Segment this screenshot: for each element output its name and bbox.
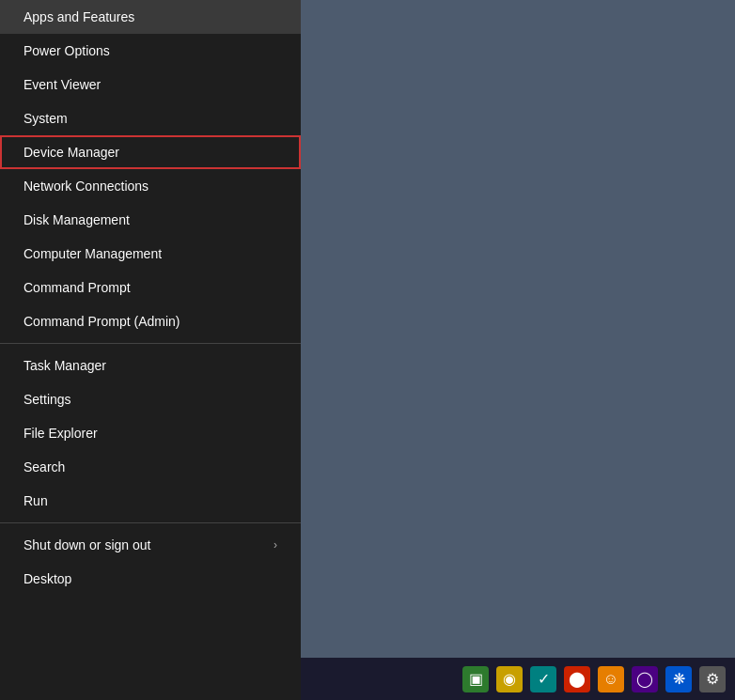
taskbar-icons: ▣◉✓⬤☺◯❋⚙ (462, 666, 726, 692)
menu-item-apps-features[interactable]: Apps and Features (0, 0, 301, 34)
menu-item-disk-management[interactable]: Disk Management (0, 203, 301, 237)
menu-item-desktop[interactable]: Desktop (0, 562, 301, 596)
menu-item-computer-management[interactable]: Computer Management (0, 237, 301, 271)
menu-item-settings[interactable]: Settings (0, 382, 301, 416)
menu-item-label-computer-management: Computer Management (23, 246, 162, 261)
menu-item-shut-down[interactable]: Shut down or sign out› (0, 528, 301, 562)
context-menu: Apps and FeaturesPower OptionsEvent View… (0, 0, 301, 700)
menu-item-label-device-manager: Device Manager (23, 145, 119, 160)
menu-item-file-explorer[interactable]: File Explorer (0, 416, 301, 450)
settings-icon[interactable]: ⚙ (699, 666, 726, 692)
menu-item-label-settings: Settings (23, 392, 71, 407)
app-icon-4[interactable]: ⬤ (564, 666, 590, 692)
menu-item-network-connections[interactable]: Network Connections (0, 169, 301, 203)
menu-item-label-run: Run (23, 493, 48, 508)
menu-item-label-shut-down: Shut down or sign out (23, 537, 150, 552)
menu-item-label-disk-management: Disk Management (23, 212, 130, 227)
menu-item-label-command-prompt: Command Prompt (23, 280, 131, 295)
menu-item-label-network-connections: Network Connections (23, 179, 149, 194)
menu-item-search[interactable]: Search (0, 450, 301, 484)
menu-item-label-power-options: Power Options (23, 43, 110, 58)
menu-item-event-viewer[interactable]: Event Viewer (0, 68, 301, 101)
menu-separator (0, 343, 301, 344)
menu-item-system[interactable]: System (0, 101, 301, 135)
menu-item-label-desktop: Desktop (23, 571, 71, 586)
menu-item-label-task-manager: Task Manager (23, 358, 106, 373)
menu-item-label-apps-features: Apps and Features (23, 9, 134, 24)
menu-item-label-system: System (23, 111, 68, 126)
app-icon-2[interactable]: ◉ (496, 666, 523, 692)
app-icon-1[interactable]: ▣ (462, 666, 489, 692)
app-icon-3[interactable]: ✓ (530, 666, 556, 692)
menu-item-label-command-prompt-admin: Command Prompt (Admin) (23, 314, 180, 329)
app-icon-5[interactable]: ☺ (598, 666, 624, 692)
menu-item-label-search: Search (23, 459, 65, 474)
menu-separator (0, 522, 301, 523)
menu-item-command-prompt-admin[interactable]: Command Prompt (Admin) (0, 304, 301, 338)
submenu-arrow-icon: › (274, 538, 277, 552)
menu-item-label-file-explorer: File Explorer (23, 426, 98, 441)
menu-item-device-manager[interactable]: Device Manager (0, 135, 301, 169)
menu-item-run[interactable]: Run (0, 484, 301, 518)
menu-item-label-event-viewer: Event Viewer (23, 77, 101, 92)
menu-item-task-manager[interactable]: Task Manager (0, 349, 301, 382)
desktop: Apps and FeaturesPower OptionsEvent View… (0, 0, 735, 700)
menu-item-command-prompt[interactable]: Command Prompt (0, 271, 301, 304)
menu-item-power-options[interactable]: Power Options (0, 34, 301, 68)
app-icon-6[interactable]: ◯ (632, 666, 658, 692)
app-icon-7[interactable]: ❋ (665, 666, 692, 692)
